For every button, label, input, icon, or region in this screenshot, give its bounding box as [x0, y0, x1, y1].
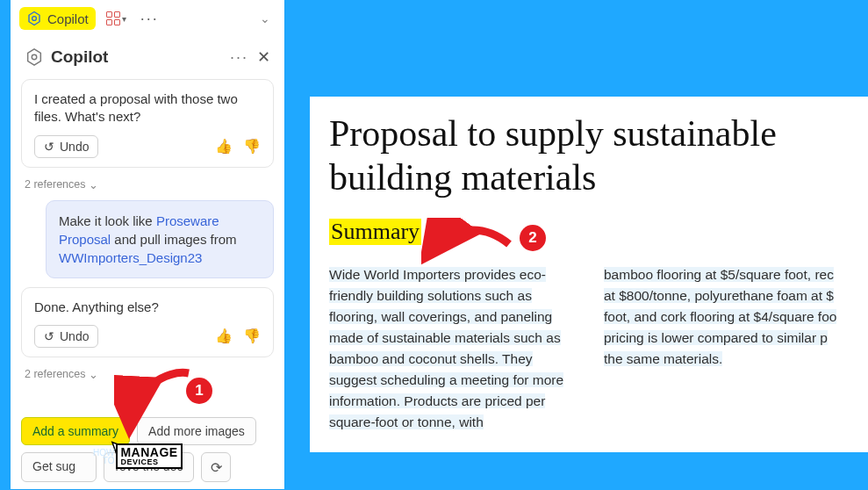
references-toggle-1[interactable]: 2 references ⌄ — [21, 178, 274, 191]
undo-icon: ↺ — [44, 329, 54, 343]
view-grid-button[interactable]: ▾ — [101, 8, 132, 29]
undo-icon: ↺ — [44, 140, 54, 154]
assistant-actions: ↺ Undo 👍 👎 — [34, 135, 261, 158]
copilot-icon — [26, 11, 42, 26]
link-wwimporters[interactable]: WWImporters_Design23 — [59, 250, 202, 265]
thumbs-down-button[interactable]: 👎 — [243, 138, 261, 155]
refresh-suggestions-button[interactable]: ⟳ — [201, 452, 231, 482]
assistant-text: I created a proposal with those two file… — [34, 90, 261, 126]
document-title: Proposal to supply sustainable building … — [329, 112, 849, 199]
watermark-howto: HOW TO — [93, 449, 116, 465]
annotation-badge-2: 2 — [520, 225, 546, 251]
grid-icon — [106, 11, 120, 25]
chevron-down-icon: ⌄ — [89, 178, 98, 191]
user-text-prefix: Make it look like — [59, 213, 156, 228]
col1-text: Wide World Importers provides eco-friend… — [329, 267, 563, 429]
undo-label: Undo — [60, 329, 89, 343]
watermark: HOW TO MANAGE DEVICES — [93, 443, 183, 469]
annotation-badge-1: 1 — [186, 378, 212, 404]
thumbs-up-button[interactable]: 👍 — [215, 138, 233, 155]
undo-button[interactable]: ↺ Undo — [34, 135, 98, 158]
refresh-icon: ⟳ — [211, 459, 222, 476]
thumbs-up-button[interactable]: 👍 — [215, 328, 233, 344]
svg-point-0 — [32, 17, 37, 21]
assistant-message-1: I created a proposal with those two file… — [21, 79, 274, 168]
chevron-down-icon: ⌄ — [89, 368, 98, 381]
annotation-arrow-2 — [421, 218, 518, 270]
assistant-actions: ↺ Undo 👍 👎 — [34, 325, 261, 348]
user-text-mid: and pull images from — [111, 232, 236, 247]
more-menu-button[interactable]: ··· — [137, 10, 162, 28]
undo-button[interactable]: ↺ Undo — [34, 325, 98, 348]
watermark-manage-devices: MANAGE DEVICES — [116, 443, 182, 469]
panel-close-button[interactable]: ✕ — [257, 47, 270, 67]
document-columns: Wide World Importers provides eco-friend… — [329, 264, 849, 433]
references-label: 2 references — [25, 178, 85, 191]
assistant-message-2: Done. Anything else? ↺ Undo 👍 👎 — [21, 287, 274, 357]
copilot-icon — [25, 47, 44, 67]
panel-title: Copilot — [51, 47, 108, 67]
document-column-2: bamboo flooring at $5/square foot, rec a… — [604, 264, 849, 433]
document-column-1: Wide World Importers provides eco-friend… — [329, 264, 574, 433]
collapse-chevron[interactable]: ⌄ — [255, 10, 276, 27]
document-preview: Proposal to supply sustainable building … — [310, 97, 868, 452]
panel-more-button[interactable]: ··· — [230, 48, 248, 67]
panel-toolbar: Copilot ▾ ··· ⌄ — [11, 0, 284, 39]
chevron-down-icon: ▾ — [122, 14, 126, 24]
undo-label: Undo — [60, 140, 89, 154]
user-message: Make it look like Proseware Proposal and… — [46, 200, 274, 278]
references-label: 2 references — [25, 368, 85, 380]
suggestion-get[interactable]: Get sug — [21, 452, 97, 482]
summary-heading: Summary — [329, 219, 421, 245]
copilot-tab[interactable]: Copilot — [19, 7, 96, 30]
panel-header: Copilot ··· ✕ — [21, 39, 274, 70]
thumbs-down-button[interactable]: 👎 — [243, 328, 261, 344]
copilot-tab-label: Copilot — [47, 11, 89, 26]
assistant-text: Done. Anything else? — [34, 299, 261, 316]
svg-point-1 — [32, 54, 37, 60]
col2-text: bamboo flooring at $5/square foot, rec a… — [604, 267, 836, 366]
